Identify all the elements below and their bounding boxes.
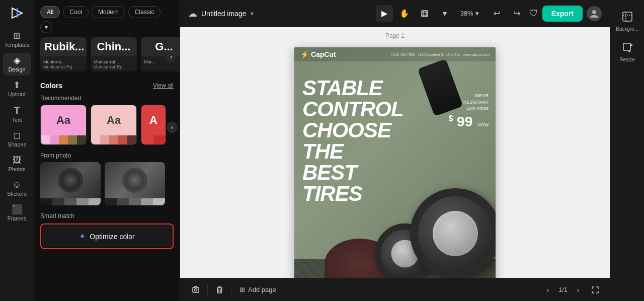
- resize-tool-button[interactable]: Resize: [614, 39, 640, 65]
- swatch: [64, 198, 76, 205]
- sidebar-item-label: Templates: [4, 42, 29, 48]
- background-tool-button[interactable]: Backgro...: [614, 8, 640, 35]
- price-dollar: $: [448, 114, 453, 122]
- page-label: Page 1: [385, 32, 405, 39]
- hand-tool-button[interactable]: ✋: [396, 5, 413, 22]
- font-card-chin[interactable]: Chin... Montserrat... Montserrat-Rg: [91, 37, 137, 71]
- swatch: [77, 135, 86, 144]
- frame-tool-button[interactable]: [416, 5, 433, 22]
- color-card-aa: Aa: [56, 114, 70, 127]
- font-card-title: Chin...: [95, 41, 133, 52]
- swatch: [100, 135, 109, 144]
- photo-cards-row: [34, 162, 180, 210]
- smart-match-label: Smart match: [34, 210, 180, 223]
- ad-logo: ⚡ CapCut: [300, 50, 336, 58]
- color-card-red[interactable]: A: [141, 105, 166, 145]
- font-card-sub1: Monterra...: [43, 59, 84, 64]
- sidebar-item-upload[interactable]: ⬆ Upload: [3, 78, 31, 100]
- file-name[interactable]: Untitled image: [201, 10, 247, 18]
- frames-icon: ⬛: [12, 205, 23, 214]
- chip-all[interactable]: All: [40, 6, 60, 18]
- resize-tool-label: Resize: [619, 57, 635, 62]
- upload-icon: ⬆: [13, 81, 21, 90]
- sidebar-item-label: Stickers: [7, 191, 27, 197]
- avatar[interactable]: [587, 6, 602, 21]
- ad-side-text: WEARRESISTANTLow noise $ 99 NOW: [448, 93, 489, 130]
- select-tool-button[interactable]: ▶: [376, 5, 393, 22]
- fit-to-screen-button[interactable]: [589, 283, 602, 296]
- chip-cool[interactable]: Cool: [63, 6, 89, 18]
- chip-more[interactable]: ▾: [40, 21, 52, 33]
- optimize-color-button[interactable]: ✦ Optimize color: [42, 225, 172, 247]
- swatch: [109, 135, 118, 144]
- prev-page-button[interactable]: ‹: [541, 283, 554, 296]
- resize-icon: [622, 42, 633, 55]
- font-card-sub2: Montserrat-Rg: [94, 64, 134, 69]
- swatch: [52, 198, 64, 205]
- sidebar-item-shapes[interactable]: ◻ Shapes: [3, 128, 31, 150]
- font-cards-next-arrow[interactable]: ›: [166, 51, 177, 62]
- recommended-color-cards: Aa Aa A: [34, 105, 180, 150]
- app-logo[interactable]: [8, 4, 26, 22]
- chip-classic[interactable]: Classic: [128, 6, 161, 18]
- add-page-label: Add page: [248, 286, 276, 293]
- photo-card-img: [40, 162, 101, 198]
- page-counter: 1/1: [558, 286, 568, 293]
- swatch: [50, 135, 59, 144]
- swatch: [76, 198, 89, 205]
- panel-sidebar: All Cool Modern Classic ▾ Rubik... Monte…: [34, 0, 180, 301]
- swatch: [153, 198, 165, 205]
- sidebar-item-design[interactable]: ◈ Design: [3, 53, 31, 76]
- optimize-icon: ✦: [79, 232, 86, 241]
- divider: [231, 284, 231, 295]
- add-page-button[interactable]: ⊞ Add page: [235, 284, 280, 295]
- sidebar-item-stickers[interactable]: ☺ Stickers: [3, 177, 31, 200]
- text-icon: T: [14, 105, 20, 115]
- font-card-rubik[interactable]: Rubik... Monterra... Montserrat-Rg: [40, 37, 87, 71]
- zoom-control[interactable]: 38% ▾: [456, 8, 483, 19]
- background-icon: [622, 11, 633, 25]
- bottom-bar-right: ‹ 1/1 ›: [541, 283, 602, 296]
- delete-button[interactable]: [212, 282, 227, 297]
- font-card-sub1: Montserrat...: [94, 59, 134, 64]
- sidebar-item-templates[interactable]: ⊞ Templates: [3, 28, 31, 51]
- cloud-upload-icon[interactable]: ☁: [188, 8, 197, 19]
- frame-dropdown-chevron[interactable]: ▾: [436, 5, 453, 22]
- undo-button[interactable]: ↩: [489, 6, 505, 22]
- canvas-frame[interactable]: ⚡ CapCut +123-456-7890 123 Anywhere St.,…: [294, 47, 496, 278]
- color-cards-next-arrow[interactable]: ›: [167, 122, 178, 133]
- photo-card-1[interactable]: [40, 162, 101, 205]
- color-card-mauve[interactable]: Aa: [91, 105, 137, 145]
- background-tool-label: Backgro...: [616, 26, 638, 32]
- photo-card-2[interactable]: [105, 162, 165, 205]
- view-all-link[interactable]: View all: [153, 82, 174, 89]
- swatch: [91, 135, 100, 144]
- sidebar-item-photos[interactable]: 🖼 Photos: [3, 153, 31, 175]
- sidebar-item-label: Shapes: [8, 141, 26, 147]
- right-sidebar: Backgro... Resize: [610, 0, 644, 301]
- ad-contact: +123-456-7890 123 Anywhere St., Any City…: [391, 53, 490, 56]
- filename-chevron-icon[interactable]: ▾: [251, 10, 254, 17]
- top-bar-center: ▶ ✋ ▾ 38% ▾: [376, 5, 483, 22]
- ad-main-line6: TIRES: [302, 183, 404, 204]
- design-icon: ◈: [14, 56, 21, 65]
- sidebar-item-frames[interactable]: ⬛ Frames: [3, 202, 31, 224]
- color-card-pink[interactable]: Aa: [40, 105, 87, 145]
- redo-button[interactable]: ↪: [509, 6, 525, 22]
- templates-icon: ⊞: [13, 31, 21, 40]
- colors-title: Colors: [40, 82, 62, 90]
- swatch: [117, 198, 129, 205]
- ad-main-line3: CHOOSE: [302, 120, 404, 141]
- sidebar-item-label: Design: [8, 66, 25, 72]
- chip-modern[interactable]: Modern: [92, 6, 125, 18]
- style-chips-row: All Cool Modern Classic ▾: [34, 0, 180, 37]
- shield-icon[interactable]: 🛡: [529, 8, 538, 19]
- main-area: ☁ Untitled image ▾ ▶ ✋ ▾ 38% ▾ ↩ ↪ 🛡: [180, 0, 610, 301]
- ad-main-line2: CONTROL: [302, 99, 404, 120]
- next-page-button[interactable]: ›: [572, 283, 585, 296]
- export-button[interactable]: Export: [542, 6, 583, 22]
- price-value: 99: [457, 114, 472, 129]
- swatch: [153, 135, 166, 144]
- screenshot-button[interactable]: [188, 282, 203, 297]
- sidebar-item-text[interactable]: T Text: [3, 102, 31, 126]
